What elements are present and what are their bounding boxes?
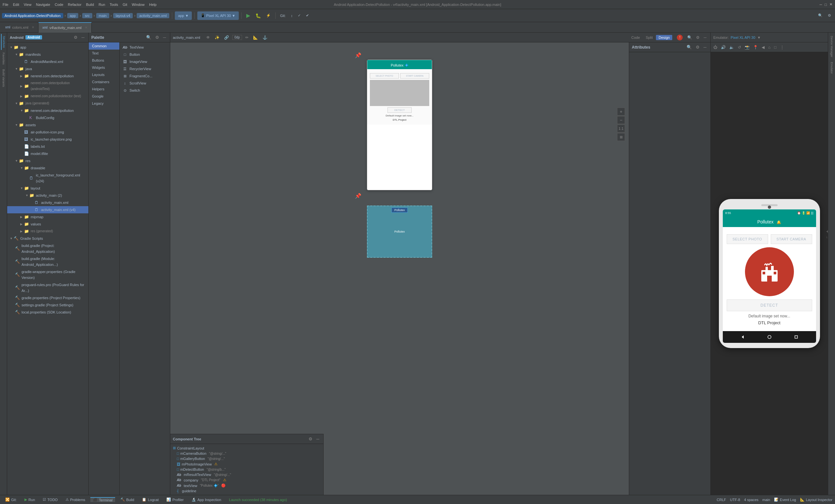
attr-search-btn[interactable]: 🔍 [686, 35, 693, 40]
attr-minus-icon-btn[interactable]: ─ [702, 44, 708, 50]
palette-item-scrollview[interactable]: ↕ ScrollView [120, 80, 170, 87]
view-design-btn[interactable]: Design [656, 35, 672, 40]
emulator-zoom-in-btn[interactable]: + [826, 229, 828, 235]
menu-view[interactable]: View [24, 3, 32, 6]
tree-item-androidmanifest[interactable]: 🗒 AndroidManifest.xml [7, 58, 88, 65]
status-git-btn[interactable]: 🔀 Git: [3, 498, 19, 502]
attr-search-icon-btn[interactable]: 🔍 [685, 44, 693, 50]
git-btn[interactable]: Git: [278, 12, 288, 20]
phone-select-photo-btn[interactable]: SELECT PHOTO [727, 234, 768, 244]
close-btn[interactable]: ✕ [830, 2, 832, 6]
tree-item-pkg3[interactable]: ▶ 📁 nererel.com.pollutiondetector (test) [7, 93, 88, 100]
palette-search-btn[interactable]: 🔍 [145, 34, 152, 40]
canvas-pin-top[interactable]: 📌 [355, 52, 361, 58]
palette-cat-common[interactable]: Common [89, 42, 119, 49]
spaces-label[interactable]: 4 spaces [744, 498, 758, 502]
palette-cat-containers[interactable]: Containers [89, 78, 119, 85]
view-split-btn[interactable]: Split [643, 35, 655, 40]
phone-start-camera-btn[interactable]: START CAMERA [771, 234, 812, 244]
tree-item-res-gen[interactable]: ▶ 📁 res (generated) [7, 228, 88, 235]
canvas-link-btn[interactable]: 🔗 [223, 35, 230, 40]
tab-activity-main[interactable]: xml v4\activity_main.xml ✕ [39, 22, 91, 33]
device-manager-icon[interactable]: Device Manager [830, 34, 834, 59]
main-breadcrumb[interactable]: main [96, 13, 109, 18]
emulator-dropdown-icon[interactable]: ▼ [757, 36, 761, 39]
comp-item-mresult[interactable]: Ab mResultTextView "@string/..." [170, 472, 323, 477]
layout-inspector-btn[interactable]: 📐 Layout Inspector [800, 498, 832, 502]
status-build-btn[interactable]: 🔨 Build [118, 498, 137, 502]
zoom-frame-btn[interactable]: ⊞ [617, 133, 625, 141]
encoding-label[interactable]: UTF-8 [730, 498, 740, 502]
search-everywhere-btn[interactable]: 🔍 [816, 12, 824, 20]
file-breadcrumb[interactable]: activity_main.xml [137, 13, 169, 18]
canvas-eye-btn[interactable]: 👁 [205, 35, 211, 40]
canvas-pen-btn[interactable]: ✏ [244, 35, 250, 40]
canvas-anchor-btn[interactable]: ⚓ [261, 35, 269, 40]
attr-gear-btn[interactable]: ⚙ [695, 35, 701, 40]
minimize-btn[interactable]: ─ [820, 3, 822, 6]
palette-cat-google[interactable]: Google [89, 93, 119, 100]
module-breadcrumb[interactable]: app [67, 13, 78, 18]
canvas-wand-btn[interactable]: ✨ [213, 35, 221, 40]
tree-item-pkg1[interactable]: ▶ 📁 nererel.com.detectpollution [7, 73, 88, 80]
menu-file[interactable]: File [3, 3, 8, 6]
favorites-icon[interactable]: Favorites [1, 51, 6, 66]
event-log-btn[interactable]: 📝 Event Log [774, 498, 796, 502]
emulator-home-btn[interactable]: ⌂ [767, 44, 772, 50]
tree-item-ic-launcher[interactable]: 🖼 ic_launcher-playstore.png [7, 136, 88, 143]
menu-build[interactable]: Build [86, 3, 94, 6]
canvas-ruler-btn[interactable]: 📐 [252, 35, 259, 40]
emulator-recent-btn[interactable]: □ [773, 44, 778, 50]
emulator-rotate-btn[interactable]: ↺ [736, 44, 742, 50]
comp-item-constraintlayout[interactable]: ⊞ ConstraintLayout [170, 445, 323, 451]
emulator-snapshot-btn[interactable]: 📸 [744, 44, 751, 50]
phone-nav-recent[interactable] [793, 334, 799, 340]
tree-item-gradle-props[interactable]: 🔨 gradle.properties (Project Properties) [7, 294, 88, 301]
tree-item-values[interactable]: ▶ 📁 values [7, 221, 88, 228]
tree-item-local-props[interactable]: 🔨 local.properties (SDK Location) [7, 308, 88, 316]
tree-item-manifests[interactable]: ▼ 📁 manifests [7, 51, 88, 58]
palette-cat-text[interactable]: Text [89, 49, 119, 57]
tree-item-pkg2[interactable]: ▶ 📁 nererel.com.detectpollution (android… [7, 80, 88, 93]
tree-item-activity-main-group[interactable]: ▼ 📁 activity_main (2) [7, 192, 88, 199]
emulator-more-btn[interactable]: ⋮ [779, 44, 786, 50]
tree-item-gradle-scripts[interactable]: ▼ 🔨 Gradle Scripts [7, 235, 88, 242]
menu-tools[interactable]: Tools [109, 3, 118, 6]
palette-cat-legacy[interactable]: Legacy [89, 100, 119, 107]
comp-item-textview[interactable]: Ab textView "Pollutex 💠" 🔴 [170, 483, 323, 488]
sync-btn[interactable]: ↕ [289, 12, 295, 20]
project-gear-btn[interactable]: ⚙ [73, 34, 79, 40]
palette-minus-btn[interactable]: ─ [162, 34, 167, 40]
canvas-pin-bottom[interactable]: 📌 [355, 193, 361, 199]
maximize-btn[interactable]: □ [824, 3, 827, 6]
zoom-out-btn[interactable]: − [617, 116, 625, 124]
palette-cat-helpers[interactable]: Helpers [89, 85, 119, 93]
emulator-power-btn[interactable]: ⏻ [712, 44, 718, 50]
device-btn[interactable]: 📱 Pixel XL API 30 ▼ [197, 12, 239, 20]
tree-item-layout[interactable]: ▼ 📁 layout [7, 185, 88, 192]
update-btn[interactable]: ✓ [296, 12, 303, 20]
run-btn[interactable]: ▶ [244, 12, 252, 20]
menu-edit[interactable]: Edit [13, 3, 19, 6]
tree-item-pkg-gen[interactable]: ▼ 📁 nererel.com.detectpollution [7, 107, 88, 114]
emulator-location-btn[interactable]: 📍 [752, 44, 759, 50]
src-breadcrumb[interactable]: src [82, 13, 92, 18]
emulator-vol-dn-btn[interactable]: 🔈 [728, 44, 735, 50]
palette-cat-widgets[interactable]: Widgets [89, 64, 119, 71]
structure-icon[interactable]: Structure [1, 34, 6, 50]
debug-btn[interactable]: 🐛 [253, 12, 263, 20]
comp-item-guideline[interactable]: ┤ guideline [170, 488, 323, 493]
menu-git[interactable]: Git [123, 3, 127, 6]
project-minus-btn[interactable]: ─ [80, 34, 86, 40]
tree-item-build-gradle-module[interactable]: 🔨 build.gradle (Module: Android_Appticat… [7, 255, 88, 268]
menu-refactor[interactable]: Refactor [68, 3, 82, 6]
comp-tree-gear-btn[interactable]: ⚙ [307, 436, 314, 442]
comp-item-mcamera[interactable]: □ mCameraButton "@string/..." [170, 451, 323, 456]
palette-item-textview[interactable]: Ab TextView [120, 44, 170, 51]
comp-item-mgallery[interactable]: □ mGalleryButton "@string/..." [170, 456, 323, 461]
menu-navigate[interactable]: Navigate [36, 3, 50, 6]
layout-breadcrumb[interactable]: layout-v4 [113, 13, 133, 18]
canvas-scroll[interactable]: 📌 Pollutex 💠 SELECT PHOTO [170, 42, 629, 495]
status-app-inspection-btn[interactable]: 🔬 App Inspection [189, 498, 224, 502]
menu-help[interactable]: Help [149, 3, 157, 6]
